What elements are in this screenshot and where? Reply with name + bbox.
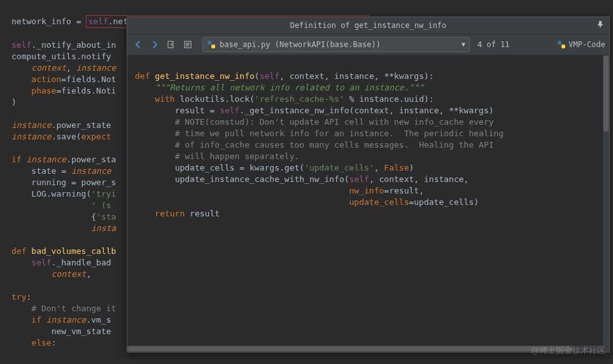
python-icon — [557, 40, 566, 49]
popup-toolbar: base_api.py (NetworkAPI(base.Base)) ▼ 4 … — [127, 34, 609, 55]
popup-title-text: Definition of get_instance_nw_info — [290, 21, 447, 30]
code-text: network_info — [11, 17, 76, 26]
chevron-down-icon: ▼ — [462, 39, 465, 50]
scroll-thumb[interactable] — [603, 55, 609, 132]
vertical-scrollbar[interactable] — [603, 55, 609, 352]
file-selector[interactable]: base_api.py (NetworkAPI(base.Base)) ▼ — [202, 37, 470, 52]
show-source-button[interactable] — [181, 38, 195, 52]
pin-icon[interactable] — [596, 20, 604, 31]
forward-button[interactable] — [148, 38, 162, 52]
svg-rect-4 — [558, 41, 561, 45]
popup-titlebar[interactable]: Definition of get_instance_nw_info — [127, 17, 609, 34]
edit-source-button[interactable] — [164, 38, 178, 52]
definition-popup: Definition of get_instance_nw_info base_… — [127, 17, 610, 353]
definition-code[interactable]: def get_instance_nw_info(self, context, … — [127, 55, 609, 352]
scope-badge[interactable]: VMP-Code — [557, 39, 605, 50]
file-selector-label: base_api.py (NetworkAPI(base.Base)) — [220, 39, 381, 50]
watermark: @稀土掘金技术社区 — [531, 345, 605, 356]
scroll-thumb[interactable] — [127, 346, 573, 351]
svg-rect-3 — [211, 45, 215, 48]
result-counter: 4 of 11 — [477, 39, 510, 50]
svg-rect-2 — [208, 41, 211, 45]
back-button[interactable] — [131, 38, 145, 52]
python-file-icon — [207, 40, 216, 49]
scope-label: VMP-Code — [568, 39, 605, 50]
svg-rect-5 — [561, 45, 565, 48]
